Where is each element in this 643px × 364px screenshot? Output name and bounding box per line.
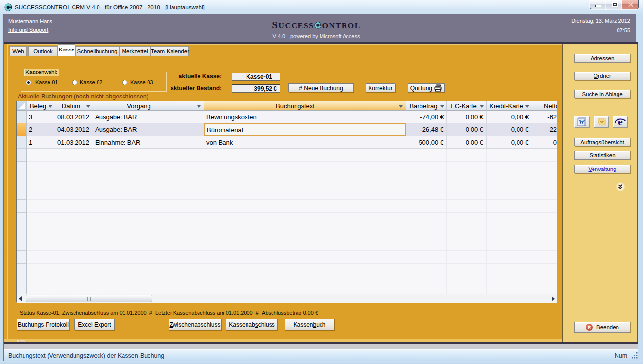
svg-text:W: W: [579, 118, 585, 125]
svg-text:e: e: [618, 117, 623, 127]
